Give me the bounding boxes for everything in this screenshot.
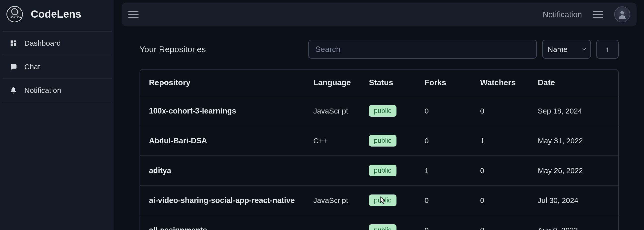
cell-watchers: 0 <box>473 156 531 186</box>
table-row[interactable]: ai-video-sharing-social-app-react-native… <box>140 186 618 215</box>
cell-repo: aditya <box>140 156 306 186</box>
sidebar-item-chat[interactable]: Chat <box>2 55 112 79</box>
bell-icon <box>10 86 18 94</box>
col-watchers: Watchers <box>473 70 531 96</box>
col-repository: Repository <box>140 70 306 96</box>
repo-table: Repository Language Status Forks Watcher… <box>140 69 619 230</box>
chat-icon <box>10 63 18 71</box>
search-input[interactable] <box>308 40 537 58</box>
cell-repo: all-assignments <box>140 215 306 230</box>
cell-date: Sep 18, 2024 <box>531 96 618 126</box>
sidebar: CodeLens CodeLens Dashboard Chat Notific… <box>0 0 114 230</box>
cell-status: public <box>362 96 418 126</box>
sidebar-item-label: Dashboard <box>24 39 61 48</box>
arrow-up-icon: ↑ <box>606 45 609 53</box>
topbar-right: Notification <box>543 6 630 22</box>
sidebar-item-label: Notification <box>24 86 61 95</box>
topbar: Notification <box>122 2 636 26</box>
cell-forks: 0 <box>418 186 473 215</box>
status-badge: public <box>369 165 396 176</box>
brand-name: CodeLens <box>31 8 81 20</box>
cell-date: Aug 9, 2023 <box>531 215 618 230</box>
col-language: Language <box>306 70 362 96</box>
cell-forks: 1 <box>418 156 473 186</box>
brand-logo: CodeLens <box>6 6 23 22</box>
table-row[interactable]: Abdul-Bari-DSAC++public01May 31, 2022 <box>140 126 618 156</box>
table-row[interactable]: 100x-cohort-3-learningsJavaScriptpublic0… <box>140 96 618 126</box>
content-header: Your Repositories Name ↑ <box>140 40 619 58</box>
main: Notification Your Repositories Name ↑ <box>114 0 644 230</box>
cell-date: May 31, 2022 <box>531 126 618 156</box>
sidebar-nav: Dashboard Chat Notification <box>2 31 112 102</box>
cell-forks: 0 <box>418 96 473 126</box>
svg-point-0 <box>620 11 624 14</box>
cell-watchers: 0 <box>473 215 531 230</box>
cell-language <box>306 215 362 230</box>
sort-direction-button[interactable]: ↑ <box>596 40 619 58</box>
cell-language: C++ <box>306 126 362 156</box>
cell-watchers: 1 <box>473 126 531 156</box>
cell-repo: Abdul-Bari-DSA <box>140 126 306 156</box>
dashboard-icon <box>10 39 18 47</box>
cell-watchers: 0 <box>473 96 531 126</box>
status-badge: public <box>369 105 396 117</box>
cell-repo: 100x-cohort-3-learnings <box>140 96 306 126</box>
notification-link[interactable]: Notification <box>543 10 582 19</box>
content: Your Repositories Name ↑ Repository Lang… <box>122 40 636 230</box>
cell-status: public <box>362 215 418 230</box>
sidebar-item-notification[interactable]: Notification <box>2 79 112 102</box>
sidebar-item-dashboard[interactable]: Dashboard <box>2 31 112 55</box>
cell-watchers: 0 <box>473 186 531 215</box>
cell-language <box>306 156 362 186</box>
page-title: Your Repositories <box>140 44 206 54</box>
table-row[interactable]: adityapublic10May 26, 2022 <box>140 156 618 186</box>
cell-forks: 0 <box>418 215 473 230</box>
sidebar-item-label: Chat <box>24 62 40 71</box>
status-badge: public <box>369 135 396 146</box>
avatar[interactable] <box>614 6 630 22</box>
col-status: Status <box>362 70 418 96</box>
cell-status: public <box>362 186 418 215</box>
brand-block: CodeLens CodeLens <box>2 4 112 31</box>
status-badge: public <box>369 224 396 230</box>
cell-language: JavaScript <box>306 186 362 215</box>
menu-toggle-right[interactable] <box>593 11 603 18</box>
cell-status: public <box>362 156 418 186</box>
cell-forks: 0 <box>418 126 473 156</box>
cell-language: JavaScript <box>306 96 362 126</box>
cell-repo: ai-video-sharing-social-app-react-native <box>140 186 306 215</box>
col-date: Date <box>531 70 618 96</box>
menu-toggle-left[interactable] <box>128 11 138 18</box>
sort-select[interactable]: Name <box>542 40 591 58</box>
cell-date: Jul 30, 2024 <box>531 186 618 215</box>
table-header-row: Repository Language Status Forks Watcher… <box>140 70 618 96</box>
status-badge: public <box>369 194 396 206</box>
cell-status: public <box>362 126 418 156</box>
cell-date: May 26, 2022 <box>531 156 618 186</box>
col-forks: Forks <box>418 70 473 96</box>
table-row[interactable]: all-assignmentspublic00Aug 9, 2023 <box>140 215 618 230</box>
